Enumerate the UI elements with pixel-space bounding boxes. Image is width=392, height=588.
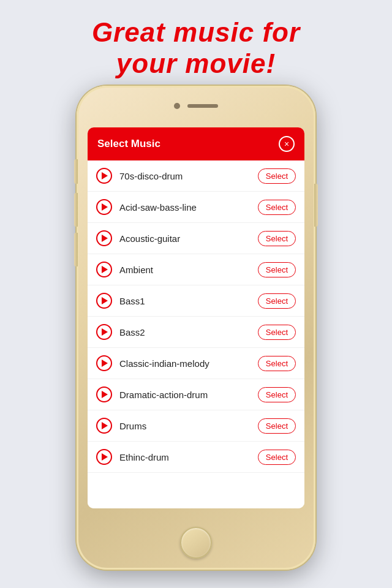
camera-dot <box>174 103 180 109</box>
list-item: Acid-saw-bass-line Select <box>88 192 304 223</box>
phone-frame: Select Music × 70s-disco-drum Select Aci… <box>77 86 315 570</box>
select-button[interactable]: Select <box>258 200 296 215</box>
play-button[interactable] <box>96 168 112 184</box>
select-button[interactable]: Select <box>258 450 296 465</box>
select-button[interactable]: Select <box>258 231 296 246</box>
music-list: 70s-disco-drum Select Acid-saw-bass-line… <box>88 160 304 508</box>
play-icon <box>102 266 108 273</box>
music-name: Acid-saw-bass-line <box>119 202 251 213</box>
music-name: Drums <box>119 421 251 431</box>
music-name: Bass2 <box>119 327 251 337</box>
list-item: Acoustic-guitar Select <box>88 223 304 254</box>
list-item: Drums Select <box>88 410 304 442</box>
play-icon <box>102 391 108 398</box>
music-name: Ethinc-drum <box>119 452 251 462</box>
play-button[interactable] <box>96 230 112 246</box>
play-icon <box>102 297 108 304</box>
play-icon <box>102 422 108 429</box>
music-name: Bass1 <box>119 296 251 306</box>
volume-up-button <box>74 193 78 227</box>
select-button[interactable]: Select <box>258 325 296 340</box>
phone-screen: Select Music × 70s-disco-drum Select Aci… <box>88 127 304 508</box>
play-button[interactable] <box>96 262 112 277</box>
play-button[interactable] <box>96 355 112 371</box>
dialog-header: Select Music × <box>88 127 304 160</box>
select-button[interactable]: Select <box>258 262 296 277</box>
music-name: Dramatic-action-drum <box>119 390 251 400</box>
play-icon <box>102 235 108 242</box>
play-button[interactable] <box>96 199 112 215</box>
speaker-bar <box>187 104 218 108</box>
list-item: Ambient Select <box>88 254 304 285</box>
volume-down-button <box>74 233 78 266</box>
play-icon <box>102 172 108 179</box>
phone-top <box>77 97 315 115</box>
music-name: Acoustic-guitar <box>119 233 251 244</box>
play-button[interactable] <box>96 293 112 309</box>
select-button[interactable]: Select <box>258 356 296 371</box>
select-button[interactable]: Select <box>258 168 296 184</box>
play-icon <box>102 328 108 336</box>
select-button[interactable]: Select <box>258 387 296 402</box>
list-item: Dramatic-action-drum Select <box>88 379 304 410</box>
power-button <box>314 184 318 227</box>
mute-button <box>74 159 78 184</box>
list-item: Ethinc-drum Select <box>88 442 304 473</box>
select-button[interactable]: Select <box>258 293 296 309</box>
close-button[interactable]: × <box>279 136 295 152</box>
home-button[interactable] <box>180 527 212 559</box>
play-button[interactable] <box>96 418 112 434</box>
music-name: Ambient <box>119 265 251 275</box>
list-item: 70s-disco-drum Select <box>88 160 304 192</box>
play-button[interactable] <box>96 324 112 340</box>
page-title: Great music for your movie! <box>0 0 392 91</box>
list-item: Bass2 Select <box>88 317 304 348</box>
list-item: Bass1 Select <box>88 285 304 317</box>
select-button[interactable]: Select <box>258 418 296 434</box>
list-item: Classic-indian-melody Select <box>88 348 304 379</box>
music-name: Classic-indian-melody <box>119 358 251 369</box>
play-button[interactable] <box>96 449 112 465</box>
play-button[interactable] <box>96 386 112 402</box>
play-icon <box>102 203 108 211</box>
music-name: 70s-disco-drum <box>119 171 251 181</box>
dialog-title: Select Music <box>97 138 160 150</box>
play-icon <box>102 360 108 367</box>
play-icon <box>102 453 108 461</box>
